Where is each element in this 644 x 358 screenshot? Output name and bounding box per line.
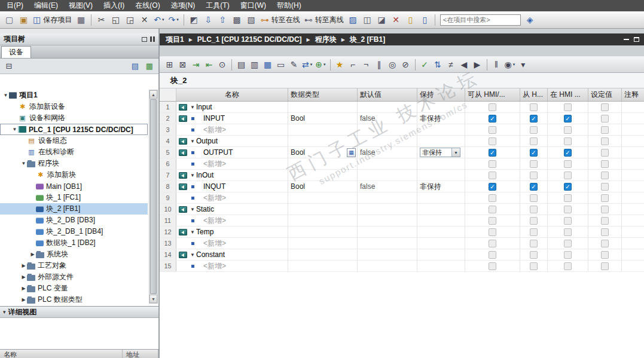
menu-item-5[interactable]: 选项(N) — [166, 0, 201, 11]
data-type-cell[interactable] — [288, 227, 358, 237]
section-expander-icon[interactable]: ▼ — [189, 105, 196, 110]
download-to-device-icon[interactable]: ⇩ — [202, 13, 215, 27]
menu-item-6[interactable]: 工具(T) — [200, 0, 234, 11]
tree-item-11[interactable]: 块_2_DB [DB3] — [0, 215, 148, 226]
insert-input-icon[interactable]: ⇄▾ — [301, 59, 313, 71]
menu-item-4[interactable]: 在线(O) — [130, 0, 165, 11]
column-settings-icon[interactable]: ▦ — [144, 60, 155, 72]
collapse-panel-icon[interactable] — [150, 36, 155, 42]
comment-cell[interactable] — [622, 215, 644, 226]
column-header-3[interactable]: 保持 — [417, 88, 465, 101]
hmi-visible-checkbox[interactable]: ✓ — [564, 149, 572, 157]
data-view-icon[interactable]: ▦ — [261, 59, 274, 71]
column-header-0[interactable]: 名称 — [176, 88, 288, 101]
column-header-2[interactable]: 默认值 — [358, 88, 417, 101]
default-value-cell[interactable] — [358, 124, 417, 135]
name-cell[interactable]: <新增> — [176, 238, 288, 249]
details-column-name[interactable]: 名称 — [0, 350, 123, 358]
hmi-accessible-checkbox[interactable]: ✓ — [489, 115, 496, 123]
pause-monitoring-icon[interactable]: ‖ — [490, 59, 503, 71]
comment-cell[interactable] — [622, 238, 644, 249]
name-cell[interactable]: ▼Temp — [176, 227, 288, 237]
data-type-cell[interactable] — [288, 238, 358, 249]
retain-cell[interactable] — [417, 170, 465, 180]
tree-item-9[interactable]: 块_1 [FC1] — [0, 192, 148, 203]
tree-item-16[interactable]: ▶外部源文件 — [0, 271, 148, 283]
jump-prev-icon[interactable]: ◀ — [458, 59, 471, 71]
default-value-cell[interactable] — [358, 136, 417, 146]
expander-icon[interactable]: ▼ — [2, 93, 9, 98]
default-value-cell[interactable] — [358, 158, 417, 169]
retain-dropdown[interactable]: 非保持▼ — [420, 148, 460, 157]
keep-start-values-icon[interactable]: ⊙ — [216, 59, 228, 71]
comment-cell[interactable] — [622, 158, 644, 169]
name-cell[interactable]: ▼Output — [176, 136, 288, 146]
column-header-6[interactable]: 在 HMI ... — [548, 88, 588, 101]
dropdown-arrow-icon[interactable]: ▾ — [162, 17, 164, 22]
retain-cell[interactable] — [417, 204, 465, 215]
data-type-cell[interactable] — [288, 170, 358, 180]
comment-cell[interactable] — [622, 192, 644, 203]
default-value-cell[interactable]: false — [358, 181, 417, 192]
dropdown-arrow-icon[interactable]: ▾ — [513, 62, 515, 67]
split-editor-vertical-icon[interactable]: ▯ — [418, 13, 432, 27]
more-options-icon[interactable]: ▾ — [517, 59, 529, 71]
type-picker-button[interactable]: ▦ — [347, 148, 356, 157]
retain-cell[interactable] — [417, 249, 465, 260]
data-type-cell[interactable] — [288, 124, 358, 135]
hmi-from-checkbox[interactable]: ✓ — [530, 149, 538, 157]
hmi-from-checkbox[interactable]: ✓ — [530, 183, 538, 191]
name-cell[interactable]: <新增> — [176, 215, 288, 226]
retain-cell[interactable] — [417, 192, 465, 203]
column-header-5[interactable]: 从 H... — [520, 88, 548, 101]
name-cell[interactable]: <新增> — [176, 158, 288, 169]
tab-devices[interactable]: 设备 — [1, 46, 31, 58]
comment-toggle-icon[interactable]: ▭ — [274, 59, 287, 71]
breadcrumb-item-1[interactable]: PLC_1 [CPU 1215C DC/DC/DC] — [196, 35, 303, 44]
expander-icon[interactable]: ▼ — [11, 127, 18, 132]
hmi-accessible-checkbox[interactable]: ✓ — [489, 149, 496, 157]
default-value-cell[interactable] — [358, 215, 417, 226]
default-value-cell[interactable] — [358, 227, 417, 237]
go-offline-button[interactable]: ⊷转至离线 — [303, 13, 346, 27]
column-header-4[interactable]: 可从 HMI/... — [465, 88, 520, 101]
breadcrumb-item-2[interactable]: 程序块 — [314, 35, 338, 45]
menu-item-7[interactable]: 窗口(W) — [235, 0, 271, 11]
column-header-7[interactable]: 设定值 — [588, 88, 622, 101]
comment-cell[interactable] — [622, 170, 644, 180]
copy-icon[interactable]: ◱ — [109, 13, 123, 27]
data-type-cell[interactable] — [288, 102, 358, 112]
column-header-1[interactable]: 数据类型 — [288, 88, 358, 101]
compile-icon[interactable]: ◩ — [187, 13, 201, 27]
comment-cell[interactable] — [622, 261, 644, 271]
hmi-visible-checkbox[interactable]: ✓ — [564, 115, 572, 123]
tree-item-6[interactable]: ▼程序块 — [0, 158, 148, 169]
comment-cell[interactable] — [622, 181, 644, 192]
data-type-cell[interactable] — [288, 249, 358, 260]
tree-item-5[interactable]: ▥在线和诊断 — [0, 146, 148, 158]
undo-button[interactable]: ↶▾ — [152, 13, 166, 27]
new-project-icon[interactable]: ▢ — [2, 13, 16, 27]
tree-item-10[interactable]: 块_2 [FB1] — [0, 203, 148, 215]
tree-item-1[interactable]: ✱添加新设备 — [0, 101, 148, 112]
list-view-icon[interactable]: ▤ — [129, 60, 141, 72]
project-search-input[interactable] — [440, 14, 521, 26]
data-type-cell[interactable] — [288, 136, 358, 146]
monitor-toggle-icon[interactable]: ◉▾ — [503, 59, 517, 71]
retain-cell[interactable] — [417, 158, 465, 169]
runtime-icon[interactable]: ▧ — [245, 13, 258, 27]
insert-network-icon[interactable]: ⊞ — [163, 59, 176, 71]
tree-item-4[interactable]: ▤设备组态 — [0, 135, 148, 146]
tree-item-0[interactable]: ▼项目1 — [0, 90, 148, 101]
dropdown-arrow-icon[interactable]: ▾ — [176, 17, 179, 22]
comment-cell[interactable] — [622, 124, 644, 135]
data-type-cell[interactable]: Bool — [288, 181, 358, 192]
menu-item-0[interactable]: 目(P) — [1, 0, 29, 11]
hmi-visible-checkbox[interactable]: ✓ — [564, 183, 572, 191]
tree-scrollbar[interactable]: ▲ ▼ — [149, 90, 158, 304]
comment-cell[interactable] — [622, 227, 644, 237]
expander-icon[interactable]: ▶ — [29, 252, 36, 257]
menu-item-8[interactable]: 帮助(H) — [271, 0, 307, 11]
comment-cell[interactable] — [622, 147, 644, 158]
section-expander-icon[interactable]: ▼ — [189, 207, 196, 212]
